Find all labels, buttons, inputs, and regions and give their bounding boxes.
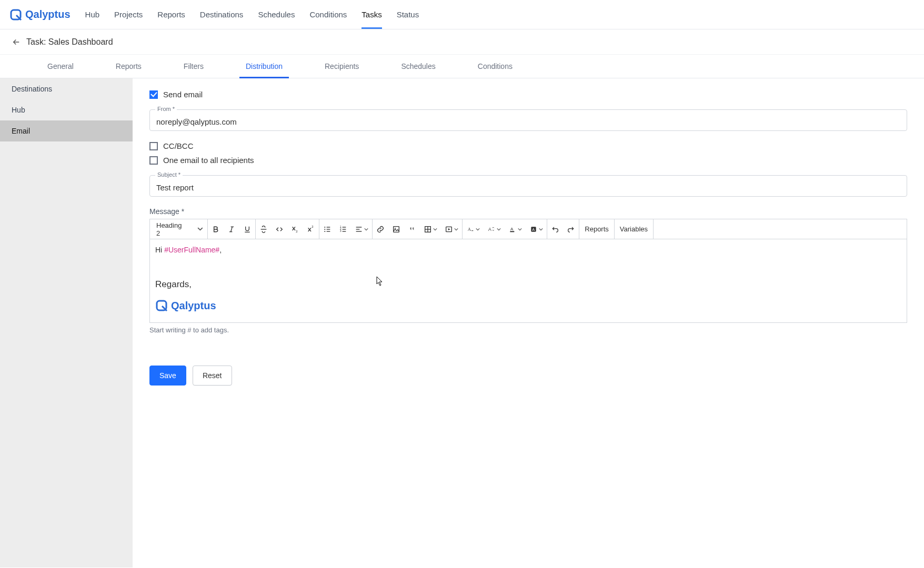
subscript-button[interactable]: 2 <box>287 219 303 239</box>
greeting-suffix: , <box>219 246 222 254</box>
nav-hub[interactable]: Hub <box>85 1 100 28</box>
message-label: Message * <box>149 207 907 216</box>
checkbox-icon <box>149 156 158 165</box>
sidebar-item-hub[interactable]: Hub <box>0 99 133 120</box>
chevron-down-icon <box>454 228 458 231</box>
subtab-distribution[interactable]: Distribution <box>225 55 304 78</box>
from-field[interactable]: From * <box>149 109 907 131</box>
svg-point-9 <box>325 229 326 230</box>
bold-button[interactable] <box>208 219 224 239</box>
nav-conditions[interactable]: Conditions <box>309 1 347 28</box>
ccbcc-label: CC/BCC <box>163 141 194 150</box>
svg-line-3 <box>231 227 233 231</box>
editor-hint: Start writing # to add tags. <box>149 326 907 334</box>
svg-text:2: 2 <box>296 230 298 233</box>
ccbcc-checkbox[interactable]: CC/BCC <box>149 141 907 150</box>
subject-label: Subject * <box>155 171 183 178</box>
logo-icon <box>155 299 168 312</box>
chevron-down-icon <box>518 228 522 231</box>
svg-text:2: 2 <box>312 225 314 228</box>
font-family-button[interactable]: A <box>463 219 484 239</box>
title-bar: Task: Sales Dashboard <box>0 29 924 55</box>
from-input[interactable] <box>156 117 900 126</box>
variable-token[interactable]: #UserFullName# <box>164 246 219 254</box>
page-title: Task: Sales Dashboard <box>26 37 113 47</box>
one-email-label: One email to all recipients <box>163 156 254 165</box>
svg-point-24 <box>395 228 396 229</box>
highlight-button[interactable]: A <box>526 219 547 239</box>
back-arrow-icon[interactable] <box>12 37 21 47</box>
chevron-down-icon <box>476 228 480 231</box>
editor-body[interactable]: Hi #UserFullName#, Regards, Qalyptus <box>149 239 907 323</box>
subtab-reports[interactable]: Reports <box>95 55 163 78</box>
subject-field[interactable]: Subject * <box>149 175 907 197</box>
nav-reports[interactable]: Reports <box>157 1 185 28</box>
chevron-down-icon <box>539 228 543 231</box>
app-name: Qalyptus <box>25 8 71 21</box>
quote-button[interactable] <box>404 219 420 239</box>
nav-tasks[interactable]: Tasks <box>361 1 381 28</box>
subtabs: General Reports Filters Distribution Rec… <box>0 55 924 78</box>
heading-select-value: Heading 2 <box>156 221 182 237</box>
strikethrough-button[interactable] <box>256 219 272 239</box>
subtab-recipients[interactable]: Recipients <box>304 55 380 78</box>
superscript-button[interactable]: 2 <box>303 219 319 239</box>
from-label: From * <box>155 106 177 112</box>
svg-text:A: A <box>488 227 491 232</box>
font-color-button[interactable]: A <box>505 219 526 239</box>
svg-text:3: 3 <box>340 230 342 232</box>
italic-button[interactable] <box>224 219 239 239</box>
subtab-filters[interactable]: Filters <box>163 55 225 78</box>
sidebar-item-destinations[interactable]: Destinations <box>0 78 133 99</box>
signature-text: Qalyptus <box>171 300 216 312</box>
svg-text:A: A <box>510 227 514 231</box>
chevron-down-icon <box>497 228 501 231</box>
svg-text:A: A <box>533 227 535 231</box>
undo-button[interactable] <box>547 219 563 239</box>
image-button[interactable] <box>388 219 404 239</box>
underline-button[interactable] <box>239 219 255 239</box>
svg-rect-23 <box>394 226 399 232</box>
heading-select[interactable]: Heading 2 <box>150 219 207 239</box>
checkbox-icon <box>149 142 158 150</box>
greeting-prefix: Hi <box>155 246 164 254</box>
svg-rect-33 <box>510 231 515 232</box>
insert-variables-button[interactable]: Variables <box>615 219 653 239</box>
rich-editor: Heading 2 2 2 <box>149 219 907 323</box>
redo-button[interactable] <box>563 219 579 239</box>
font-size-button[interactable]: A <box>484 219 505 239</box>
signature-logo: Qalyptus <box>155 299 901 312</box>
nav-projects[interactable]: Projects <box>114 1 143 28</box>
insert-reports-button[interactable]: Reports <box>579 219 614 239</box>
media-button[interactable] <box>441 219 462 239</box>
link-button[interactable] <box>373 219 388 239</box>
bullet-list-button[interactable] <box>319 219 335 239</box>
send-email-checkbox[interactable]: Send email <box>149 90 907 99</box>
save-button[interactable]: Save <box>149 366 186 386</box>
nav-destinations[interactable]: Destinations <box>200 1 244 28</box>
svg-point-10 <box>325 231 326 232</box>
form-actions: Save Reset <box>149 366 907 386</box>
subtab-general[interactable]: General <box>26 55 95 78</box>
align-button[interactable] <box>351 219 372 239</box>
regards-line: Regards, <box>155 279 901 290</box>
sidebar-item-email[interactable]: Email <box>0 120 133 141</box>
one-email-checkbox[interactable]: One email to all recipients <box>149 156 907 165</box>
subtab-conditions[interactable]: Conditions <box>457 55 534 78</box>
reset-button[interactable]: Reset <box>193 366 232 386</box>
top-nav: Qalyptus Hub Projects Reports Destinatio… <box>0 0 924 29</box>
subject-input[interactable] <box>156 183 900 192</box>
chevron-down-icon <box>364 228 368 231</box>
app-logo[interactable]: Qalyptus <box>9 8 71 21</box>
main-area: Destinations Hub Email Send email From *… <box>0 78 924 567</box>
editor-line: Hi #UserFullName#, <box>155 246 901 254</box>
svg-point-8 <box>325 227 326 228</box>
code-button[interactable] <box>272 219 287 239</box>
table-button[interactable] <box>420 219 441 239</box>
nav-schedules[interactable]: Schedules <box>258 1 295 28</box>
chevron-down-icon <box>433 228 437 231</box>
nav-status[interactable]: Status <box>397 1 419 28</box>
chevron-down-icon <box>197 227 203 231</box>
numbered-list-button[interactable]: 123 <box>335 219 351 239</box>
subtab-schedules[interactable]: Schedules <box>380 55 456 78</box>
